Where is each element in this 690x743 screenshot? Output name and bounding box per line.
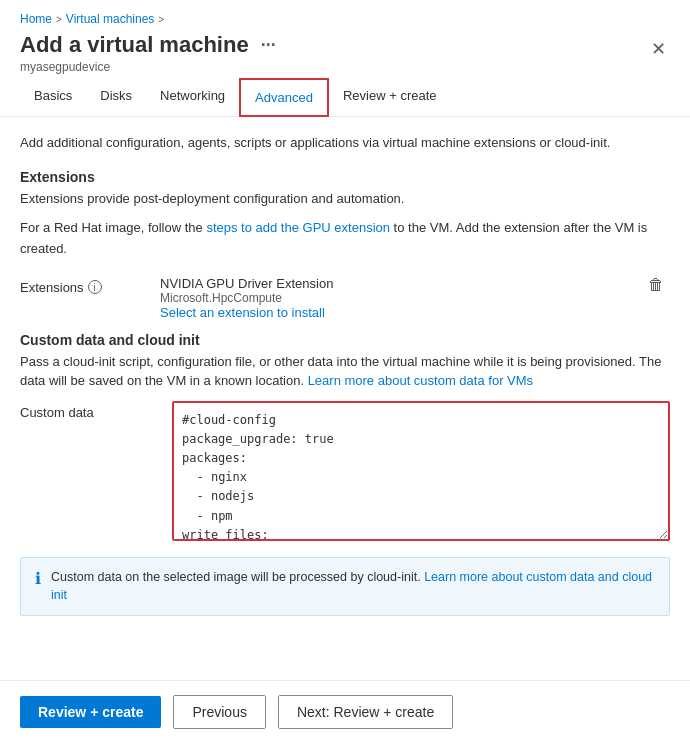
custom-data-label: Custom data xyxy=(20,401,160,420)
custom-data-section-title: Custom data and cloud init xyxy=(20,332,670,348)
footer: Review + create Previous Next: Review + … xyxy=(0,680,690,743)
extensions-label: Extensions i xyxy=(20,276,160,295)
previous-button[interactable]: Previous xyxy=(173,695,265,729)
panel: Home > Virtual machines > Add a virtual … xyxy=(0,0,690,743)
custom-data-learn-more-link[interactable]: Learn more about custom data for VMs xyxy=(308,373,533,388)
extensions-field-row: Extensions i NVIDIA GPU Driver Extension… xyxy=(20,276,670,320)
extensions-info-icon[interactable]: i xyxy=(88,280,102,294)
subtitle: myasegpudevice xyxy=(20,60,280,74)
custom-data-field-row: Custom data xyxy=(20,401,670,541)
extensions-value: NVIDIA GPU Driver Extension Microsoft.Hp… xyxy=(160,276,634,320)
info-box-icon: ℹ xyxy=(35,569,41,588)
tab-advanced[interactable]: Advanced xyxy=(239,78,329,117)
close-button[interactable]: ✕ xyxy=(647,38,670,60)
breadcrumb-sep1: > xyxy=(56,14,62,25)
select-extension-link[interactable]: Select an extension to install xyxy=(160,305,325,320)
info-box-text: Custom data on the selected image will b… xyxy=(51,568,655,606)
extensions-section-desc: Extensions provide post-deployment confi… xyxy=(20,189,670,209)
review-create-button[interactable]: Review + create xyxy=(20,696,161,728)
info-box: ℹ Custom data on the selected image will… xyxy=(20,557,670,617)
header-right: ✕ xyxy=(639,38,670,60)
delete-extension-button[interactable]: 🗑 xyxy=(642,276,670,294)
breadcrumb-virtual-machines[interactable]: Virtual machines xyxy=(66,12,155,26)
gpu-extension-link[interactable]: steps to add the GPU extension xyxy=(206,220,390,235)
tab-review-create[interactable]: Review + create xyxy=(329,78,451,116)
custom-data-section-desc: Pass a cloud-init script, configuration … xyxy=(20,352,670,391)
tab-disks[interactable]: Disks xyxy=(86,78,146,116)
panel-header: Add a virtual machine ··· myasegpudevice… xyxy=(0,26,690,78)
page-description: Add additional configuration, agents, sc… xyxy=(20,133,670,153)
content-area: Add additional configuration, agents, sc… xyxy=(0,117,690,680)
tab-basics[interactable]: Basics xyxy=(20,78,86,116)
more-options-button[interactable]: ··· xyxy=(257,35,280,56)
header-left: Add a virtual machine ··· myasegpudevice xyxy=(20,32,280,74)
extensions-info-text: For a Red Hat image, follow the steps to… xyxy=(20,218,670,260)
next-button[interactable]: Next: Review + create xyxy=(278,695,453,729)
tab-networking[interactable]: Networking xyxy=(146,78,239,116)
breadcrumb-sep2: > xyxy=(158,14,164,25)
extension-sub: Microsoft.HpcCompute xyxy=(160,291,634,305)
breadcrumb: Home > Virtual machines > xyxy=(0,0,690,26)
page-title: Add a virtual machine ··· xyxy=(20,32,280,58)
tab-bar: Basics Disks Networking Advanced Review … xyxy=(0,78,690,117)
extension-name: NVIDIA GPU Driver Extension xyxy=(160,276,634,291)
custom-data-section: Custom data and cloud init Pass a cloud-… xyxy=(20,332,670,541)
breadcrumb-home[interactable]: Home xyxy=(20,12,52,26)
custom-data-textarea[interactable] xyxy=(172,401,670,541)
extensions-section-title: Extensions xyxy=(20,169,670,185)
